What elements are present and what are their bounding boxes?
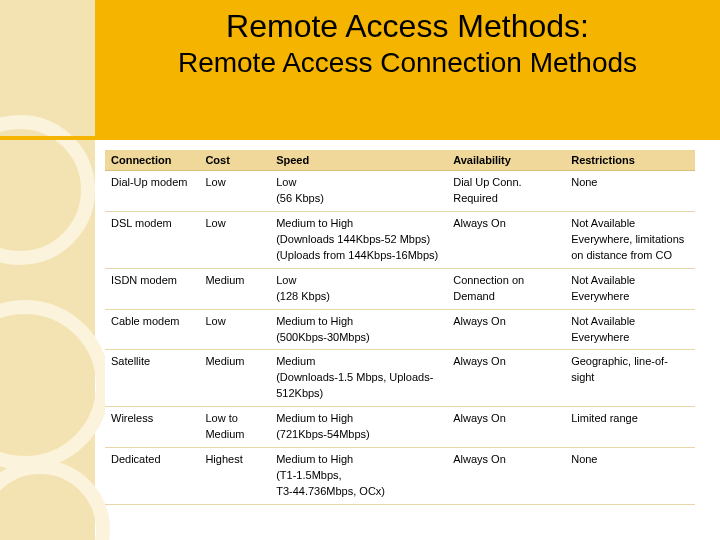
cell-availability: Always On bbox=[447, 211, 565, 268]
col-header-connection: Connection bbox=[105, 150, 199, 171]
table-row: Cable modem Low Medium to High(500Kbps-3… bbox=[105, 309, 695, 350]
cell-connection: Cable modem bbox=[105, 309, 199, 350]
cell-restrictions: Not Available Everywhere bbox=[565, 268, 695, 309]
cell-connection: DSL modem bbox=[105, 211, 199, 268]
cell-restrictions: None bbox=[565, 448, 695, 505]
header-underline bbox=[0, 136, 720, 140]
cell-restrictions: Not Available Everywhere bbox=[565, 309, 695, 350]
cell-connection: Satellite bbox=[105, 350, 199, 407]
cell-restrictions: None bbox=[565, 171, 695, 212]
page-subtitle: Remote Access Connection Methods bbox=[95, 47, 720, 79]
table-header-row: Connection Cost Speed Availability Restr… bbox=[105, 150, 695, 171]
cell-restrictions: Not Available Everywhere, limitations on… bbox=[565, 211, 695, 268]
cell-speed: Medium(Downloads-1.5 Mbps, Uploads-512Kb… bbox=[270, 350, 447, 407]
cell-speed: Medium to High(721Kbps-54Mbps) bbox=[270, 407, 447, 448]
slide-header: Remote Access Methods: Remote Access Con… bbox=[95, 0, 720, 136]
cell-speed: Low(56 Kbps) bbox=[270, 171, 447, 212]
page-title: Remote Access Methods: bbox=[95, 8, 720, 45]
col-header-cost: Cost bbox=[199, 150, 270, 171]
cell-cost: Low bbox=[199, 211, 270, 268]
cell-speed: Medium to High(Downloads 144Kbps-52 Mbps… bbox=[270, 211, 447, 268]
cell-restrictions: Limited range bbox=[565, 407, 695, 448]
cell-connection: ISDN modem bbox=[105, 268, 199, 309]
cell-speed: Medium to High(500Kbps-30Mbps) bbox=[270, 309, 447, 350]
cell-availability: Always On bbox=[447, 350, 565, 407]
cell-availability: Connection on Demand bbox=[447, 268, 565, 309]
cell-availability: Always On bbox=[447, 407, 565, 448]
cell-cost: Medium bbox=[199, 268, 270, 309]
table-row: Dial-Up modem Low Low(56 Kbps) Dial Up C… bbox=[105, 171, 695, 212]
connection-methods-table: Connection Cost Speed Availability Restr… bbox=[105, 150, 695, 505]
table-row: ISDN modem Medium Low(128 Kbps) Connecti… bbox=[105, 268, 695, 309]
cell-cost: Low bbox=[199, 171, 270, 212]
table-row: Satellite Medium Medium(Downloads-1.5 Mb… bbox=[105, 350, 695, 407]
col-header-availability: Availability bbox=[447, 150, 565, 171]
cell-connection: Dedicated bbox=[105, 448, 199, 505]
col-header-restrictions: Restrictions bbox=[565, 150, 695, 171]
col-header-speed: Speed bbox=[270, 150, 447, 171]
table-row: DSL modem Low Medium to High(Downloads 1… bbox=[105, 211, 695, 268]
cell-restrictions: Geographic, line-of-sight bbox=[565, 350, 695, 407]
cell-availability: Dial Up Conn. Required bbox=[447, 171, 565, 212]
cell-availability: Always On bbox=[447, 448, 565, 505]
cell-cost: Medium bbox=[199, 350, 270, 407]
table-row: Wireless Low to Medium Medium to High(72… bbox=[105, 407, 695, 448]
cell-cost: Highest bbox=[199, 448, 270, 505]
cell-cost: Low bbox=[199, 309, 270, 350]
cell-cost: Low to Medium bbox=[199, 407, 270, 448]
cell-speed: Low(128 Kbps) bbox=[270, 268, 447, 309]
cell-speed: Medium to High(T1-1.5Mbps,T3-44.736Mbps,… bbox=[270, 448, 447, 505]
cell-availability: Always On bbox=[447, 309, 565, 350]
cell-connection: Dial-Up modem bbox=[105, 171, 199, 212]
table-row: Dedicated Highest Medium to High(T1-1.5M… bbox=[105, 448, 695, 505]
cell-connection: Wireless bbox=[105, 407, 199, 448]
